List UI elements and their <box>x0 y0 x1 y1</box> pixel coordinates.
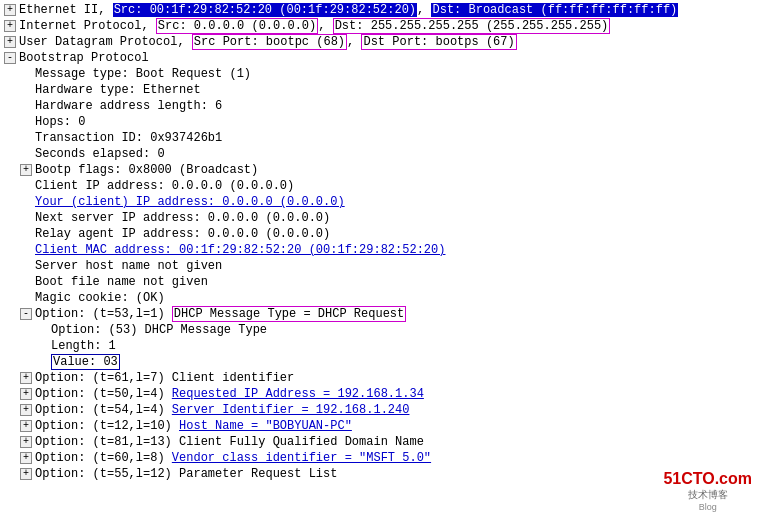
text-part: Option: (t=53,l=1) <box>35 307 172 321</box>
line-text-bootstrap: Bootstrap Protocol <box>19 51 756 65</box>
packet-line-seconds[interactable]: Seconds elapsed: 0 <box>0 146 760 162</box>
packet-line-option-54[interactable]: +Option: (t=54,l=4) Server Identifier = … <box>0 402 760 418</box>
packet-line-option-53-value[interactable]: Value: 03 <box>0 354 760 370</box>
text-part: , <box>318 19 332 33</box>
packet-line-transaction-id[interactable]: Transaction ID: 0x937426b1 <box>0 130 760 146</box>
text-part: Your (client) IP address: 0.0.0.0 (0.0.0… <box>35 195 345 209</box>
line-text-option-60: Option: (t=60,l=8) Vendor class identifi… <box>35 451 756 465</box>
text-part: Option: (t=60,l=8) <box>35 451 172 465</box>
packet-line-hw-type[interactable]: Hardware type: Ethernet <box>0 82 760 98</box>
line-text-option-53-length: Length: 1 <box>51 339 756 353</box>
text-part: Value: 03 <box>51 354 120 370</box>
watermark-logo: 51CTO.com <box>663 470 752 488</box>
line-text-relay-agent-ip: Relay agent IP address: 0.0.0.0 (0.0.0.0… <box>35 227 756 241</box>
text-part: Hardware type: Ethernet <box>35 83 201 97</box>
packet-line-option-12[interactable]: +Option: (t=12,l=10) Host Name = "BOBYUA… <box>0 418 760 434</box>
packet-line-option-61[interactable]: +Option: (t=61,l=7) Client identifier <box>0 370 760 386</box>
line-text-option-53-name: Option: (53) DHCP Message Type <box>51 323 756 337</box>
expander-option-55[interactable]: + <box>20 468 32 480</box>
line-text-next-server-ip: Next server IP address: 0.0.0.0 (0.0.0.0… <box>35 211 756 225</box>
packet-detail-panel[interactable]: +Ethernet II, Src: 00:1f:29:82:52:20 (00… <box>0 0 760 520</box>
packet-line-bootp-flags[interactable]: +Bootp flags: 0x8000 (Broadcast) <box>0 162 760 178</box>
no-expander-placeholder <box>20 100 32 112</box>
no-expander-placeholder <box>20 116 32 128</box>
packet-line-internet-protocol[interactable]: +Internet Protocol, Src: 0.0.0.0 (0.0.0.… <box>0 18 760 34</box>
packet-line-option-53[interactable]: -Option: (t=53,l=1) DHCP Message Type = … <box>0 306 760 322</box>
line-text-udp: User Datagram Protocol, Src Port: bootpc… <box>19 35 756 49</box>
packet-line-option-53-length[interactable]: Length: 1 <box>0 338 760 354</box>
packet-line-server-hostname[interactable]: Server host name not given <box>0 258 760 274</box>
no-expander-placeholder <box>20 132 32 144</box>
text-part: Ethernet II, <box>19 3 113 17</box>
packet-line-boot-file[interactable]: Boot file name not given <box>0 274 760 290</box>
expander-option-81[interactable]: + <box>20 436 32 448</box>
text-part: Option: (t=81,l=13) Client Fully Qualifi… <box>35 435 424 449</box>
text-part: Hardware address length: 6 <box>35 99 222 113</box>
text-part: Bootstrap Protocol <box>19 51 149 65</box>
text-part: Dst: 255.255.255.255 (255.255.255.255) <box>333 18 611 34</box>
packet-line-ethernet-ii[interactable]: +Ethernet II, Src: 00:1f:29:82:52:20 (00… <box>0 2 760 18</box>
packet-line-relay-agent-ip[interactable]: Relay agent IP address: 0.0.0.0 (0.0.0.0… <box>0 226 760 242</box>
packet-line-udp[interactable]: +User Datagram Protocol, Src Port: bootp… <box>0 34 760 50</box>
packet-line-hops[interactable]: Hops: 0 <box>0 114 760 130</box>
text-part: Length: 1 <box>51 339 116 353</box>
no-expander-placeholder <box>20 180 32 192</box>
line-text-option-61: Option: (t=61,l=7) Client identifier <box>35 371 756 385</box>
text-part: User Datagram Protocol, <box>19 35 192 49</box>
expander-option-61[interactable]: + <box>20 372 32 384</box>
line-text-msg-type: Message type: Boot Request (1) <box>35 67 756 81</box>
packet-line-client-mac[interactable]: Client MAC address: 00:1f:29:82:52:20 (0… <box>0 242 760 258</box>
watermark-blog: Blog <box>699 502 717 512</box>
packet-line-bootstrap[interactable]: -Bootstrap Protocol <box>0 50 760 66</box>
packet-line-magic-cookie[interactable]: Magic cookie: (OK) <box>0 290 760 306</box>
no-expander-placeholder <box>36 356 48 368</box>
text-part: Relay agent IP address: 0.0.0.0 (0.0.0.0… <box>35 227 330 241</box>
no-expander-placeholder <box>20 196 32 208</box>
expander-internet-protocol[interactable]: + <box>4 20 16 32</box>
line-text-magic-cookie: Magic cookie: (OK) <box>35 291 756 305</box>
expander-option-60[interactable]: + <box>20 452 32 464</box>
packet-line-option-55[interactable]: +Option: (t=55,l=12) Parameter Request L… <box>0 466 760 482</box>
no-expander-placeholder <box>20 292 32 304</box>
text-part: Option: (53) DHCP Message Type <box>51 323 267 337</box>
expander-bootp-flags[interactable]: + <box>20 164 32 176</box>
line-text-bootp-flags: Bootp flags: 0x8000 (Broadcast) <box>35 163 756 177</box>
text-part: Client MAC address: 00:1f:29:82:52:20 (0… <box>35 243 445 257</box>
no-expander-placeholder <box>36 324 48 336</box>
expander-bootstrap[interactable]: - <box>4 52 16 64</box>
line-text-server-hostname: Server host name not given <box>35 259 756 273</box>
no-expander-placeholder <box>20 276 32 288</box>
expander-option-54[interactable]: + <box>20 404 32 416</box>
text-part: Magic cookie: (OK) <box>35 291 165 305</box>
expander-option-50[interactable]: + <box>20 388 32 400</box>
line-text-internet-protocol: Internet Protocol, Src: 0.0.0.0 (0.0.0.0… <box>19 19 756 33</box>
line-text-option-53: Option: (t=53,l=1) DHCP Message Type = D… <box>35 307 756 321</box>
no-expander-placeholder <box>20 244 32 256</box>
watermark: 51CTO.com 技术博客 Blog <box>663 470 752 512</box>
line-text-ethernet-ii: Ethernet II, Src: 00:1f:29:82:52:20 (00:… <box>19 3 756 17</box>
packet-line-option-50[interactable]: +Option: (t=50,l=4) Requested IP Address… <box>0 386 760 402</box>
packet-line-option-60[interactable]: +Option: (t=60,l=8) Vendor class identif… <box>0 450 760 466</box>
text-part: Client IP address: 0.0.0.0 (0.0.0.0) <box>35 179 294 193</box>
text-part: Src: 00:1f:29:82:52:20 (00:1f:29:82:52:2… <box>113 3 417 17</box>
packet-line-option-53-name[interactable]: Option: (53) DHCP Message Type <box>0 322 760 338</box>
no-expander-placeholder <box>20 148 32 160</box>
expander-udp[interactable]: + <box>4 36 16 48</box>
text-part: Server Identifier = 192.168.1.240 <box>172 403 410 417</box>
expander-option-53[interactable]: - <box>20 308 32 320</box>
packet-line-your-ip[interactable]: Your (client) IP address: 0.0.0.0 (0.0.0… <box>0 194 760 210</box>
packet-line-client-ip[interactable]: Client IP address: 0.0.0.0 (0.0.0.0) <box>0 178 760 194</box>
text-part: Server host name not given <box>35 259 222 273</box>
text-part: Src Port: bootpc (68) <box>192 34 347 50</box>
text-part: Option: (t=50,l=4) <box>35 387 172 401</box>
packet-line-option-81[interactable]: +Option: (t=81,l=13) Client Fully Qualif… <box>0 434 760 450</box>
packet-line-next-server-ip[interactable]: Next server IP address: 0.0.0.0 (0.0.0.0… <box>0 210 760 226</box>
expander-option-12[interactable]: + <box>20 420 32 432</box>
text-part: Src: 0.0.0.0 (0.0.0.0) <box>156 18 318 34</box>
line-text-option-50: Option: (t=50,l=4) Requested IP Address … <box>35 387 756 401</box>
packet-line-msg-type[interactable]: Message type: Boot Request (1) <box>0 66 760 82</box>
expander-ethernet-ii[interactable]: + <box>4 4 16 16</box>
packet-line-hw-addr-len[interactable]: Hardware address length: 6 <box>0 98 760 114</box>
text-part: Transaction ID: 0x937426b1 <box>35 131 222 145</box>
no-expander-placeholder <box>20 228 32 240</box>
